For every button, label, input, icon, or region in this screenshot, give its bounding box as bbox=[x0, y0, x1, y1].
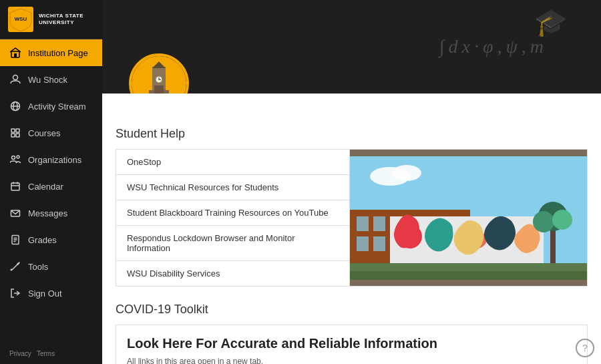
help-image bbox=[350, 150, 587, 286]
help-link-3[interactable]: Respondus Lockdown Browser and Monitor I… bbox=[116, 226, 349, 261]
help-links-list: OneStop WSU Technical Resources for Stud… bbox=[116, 150, 350, 286]
svg-rect-49 bbox=[357, 216, 369, 231]
sidebar-label-wu-shock: Wu Shock bbox=[28, 75, 67, 85]
svg-rect-8 bbox=[16, 129, 19, 132]
svg-rect-7 bbox=[11, 129, 15, 132]
sidebar-item-grades[interactable]: Grades bbox=[0, 226, 102, 253]
main-area: ∫dx·φ,ψ,m 🎓 Stu bbox=[102, 0, 601, 364]
signout-icon bbox=[9, 287, 21, 299]
svg-point-12 bbox=[17, 156, 19, 158]
svg-point-34 bbox=[392, 165, 421, 181]
grid-icon bbox=[9, 127, 21, 139]
help-link-2[interactable]: Student Blackboard Training Resources on… bbox=[116, 200, 349, 226]
covid-section: Look Here For Accurate and Reliable Info… bbox=[116, 325, 588, 364]
sidebar-footer: Privacy Terms bbox=[0, 343, 102, 364]
sidebar-item-organizations[interactable]: Organizations bbox=[0, 146, 102, 173]
sidebar-item-wu-shock[interactable]: Wu Shock bbox=[0, 66, 102, 93]
content-area: Student Help OneStop WSU Technical Resou… bbox=[102, 94, 601, 364]
tools-icon bbox=[9, 260, 21, 272]
document-icon bbox=[9, 234, 21, 246]
svg-rect-50 bbox=[373, 216, 385, 231]
sidebar-item-institution-page[interactable]: Institution Page bbox=[0, 39, 102, 66]
terms-link[interactable]: Terms bbox=[37, 350, 55, 357]
sidebar-logo: WSU Wichita State University bbox=[0, 0, 102, 39]
sidebar-label-tools: Tools bbox=[28, 262, 48, 272]
svg-rect-10 bbox=[16, 134, 19, 137]
covid-section-title: COVID-19 Toolkit bbox=[116, 303, 588, 317]
svg-text:WSU: WSU bbox=[15, 16, 27, 22]
building-icon bbox=[9, 47, 21, 59]
calendar-icon bbox=[9, 180, 21, 192]
header-banner: ∫dx·φ,ψ,m 🎓 bbox=[102, 0, 601, 94]
svg-rect-29 bbox=[154, 85, 164, 94]
people-icon bbox=[9, 154, 21, 166]
student-help-title: Student Help bbox=[116, 127, 588, 141]
sidebar-item-tools[interactable]: Tools bbox=[0, 253, 102, 280]
svg-rect-51 bbox=[357, 236, 369, 251]
globe-icon bbox=[9, 100, 21, 112]
envelope-icon bbox=[9, 207, 21, 219]
user-icon bbox=[9, 73, 21, 85]
sidebar-label-institution: Institution Page bbox=[28, 48, 88, 58]
sidebar-label-calendar: Calendar bbox=[28, 182, 63, 192]
sidebar-item-messages[interactable]: Messages bbox=[0, 200, 102, 226]
svg-rect-9 bbox=[11, 134, 15, 137]
svg-point-11 bbox=[12, 156, 15, 160]
sidebar-item-calendar[interactable]: Calendar bbox=[0, 173, 102, 200]
help-link-0[interactable]: OneStop bbox=[116, 150, 349, 175]
sidebar-label-organizations: Organizations bbox=[28, 155, 81, 165]
covid-heading: Look Here For Accurate and Reliable Info… bbox=[127, 336, 576, 351]
university-name: Wichita State University bbox=[39, 13, 83, 27]
sidebar-item-courses[interactable]: Courses bbox=[0, 120, 102, 146]
help-link-4[interactable]: WSU Disability Services bbox=[116, 261, 349, 286]
svg-point-3 bbox=[13, 75, 18, 80]
svg-marker-25 bbox=[152, 61, 166, 68]
sidebar-item-sign-out[interactable]: Sign Out bbox=[0, 280, 102, 307]
sidebar-label-courses: Courses bbox=[28, 128, 60, 138]
student-help-container: OneStop WSU Technical Resources for Stud… bbox=[116, 149, 588, 287]
svg-rect-13 bbox=[11, 183, 19, 190]
sidebar-label-signout: Sign Out bbox=[28, 289, 62, 299]
banner-math-text: ∫dx·φ,ψ,m bbox=[439, 36, 548, 57]
svg-rect-52 bbox=[373, 236, 385, 251]
privacy-link[interactable]: Privacy bbox=[9, 350, 31, 357]
help-link-1[interactable]: WSU Technical Resources for Students bbox=[116, 175, 349, 200]
svg-rect-48 bbox=[350, 271, 587, 280]
svg-point-45 bbox=[533, 211, 554, 232]
svg-point-46 bbox=[552, 210, 572, 230]
sidebar-label-messages: Messages bbox=[28, 208, 67, 218]
svg-rect-2 bbox=[14, 53, 17, 57]
covid-subtext: All links in this area open in a new tab… bbox=[127, 357, 576, 364]
wsu-logo-shield: WSU bbox=[8, 7, 33, 32]
sidebar: WSU Wichita State University Institution… bbox=[0, 0, 102, 364]
sidebar-item-activity-stream[interactable]: Activity Stream bbox=[0, 93, 102, 120]
sidebar-label-activity: Activity Stream bbox=[28, 102, 86, 112]
help-button[interactable]: ? bbox=[576, 339, 594, 357]
sidebar-label-grades: Grades bbox=[28, 235, 57, 245]
